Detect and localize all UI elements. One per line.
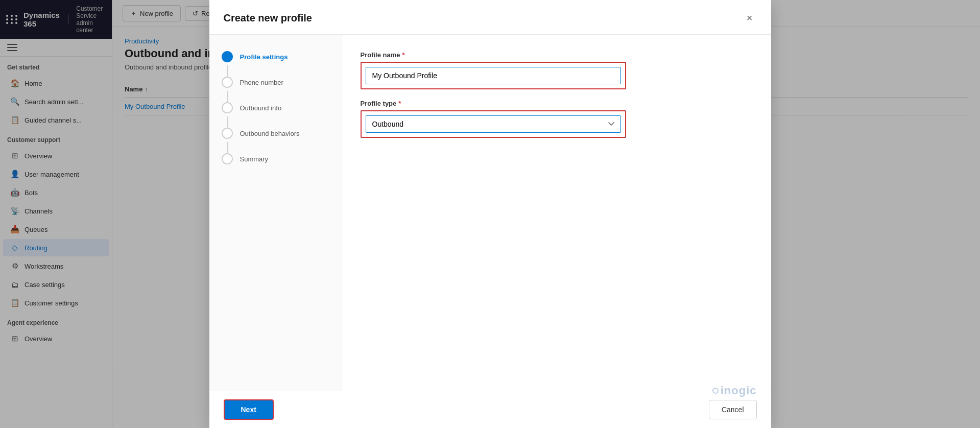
profile-type-group: Profile type * Outbound Inbound Both (361, 100, 753, 138)
step-circle-1 (222, 51, 233, 62)
form-panel: Profile name * Profile type * Outbound (342, 35, 771, 391)
modal-header: Create new profile × (209, 0, 771, 35)
step-outbound-behaviors: Outbound behaviors (222, 128, 329, 139)
watermark-dot (712, 388, 719, 394)
step-circle-3 (222, 102, 233, 113)
step-outbound-info: Outbound info (222, 102, 329, 113)
profile-name-input[interactable] (366, 67, 621, 84)
step-summary: Summary (222, 153, 329, 164)
required-star-name: * (402, 51, 405, 59)
modal-close-button[interactable]: × (743, 10, 757, 26)
footer-right: Cancel (709, 400, 757, 419)
step-label-1: Profile settings (240, 53, 288, 61)
step-label-4: Outbound behaviors (240, 130, 300, 137)
profile-type-select[interactable]: Outbound Inbound Both (366, 115, 621, 133)
modal-footer: Next Cancel (209, 391, 771, 428)
step-label-3: Outbound info (240, 104, 282, 112)
profile-type-field-box: Outbound Inbound Both (361, 110, 626, 138)
cancel-button[interactable]: Cancel (709, 400, 757, 419)
profile-name-field-box (361, 62, 626, 89)
profile-name-group: Profile name * (361, 51, 753, 89)
create-profile-modal: Create new profile × Profile settings Ph… (209, 0, 771, 428)
modal-body: Profile settings Phone number Outbound i… (209, 35, 771, 391)
required-star-type: * (398, 100, 401, 107)
step-label-2: Phone number (240, 79, 283, 86)
step-label-5: Summary (240, 155, 269, 163)
profile-name-label: Profile name * (361, 51, 753, 59)
next-button[interactable]: Next (224, 399, 274, 420)
modal-overlay: Create new profile × Profile settings Ph… (0, 0, 980, 428)
step-profile-settings: Profile settings (222, 51, 329, 62)
step-circle-4 (222, 128, 233, 139)
watermark-text: inogic (721, 384, 757, 397)
profile-type-label: Profile type * (361, 100, 753, 107)
steps-panel: Profile settings Phone number Outbound i… (209, 35, 342, 391)
step-circle-5 (222, 153, 233, 164)
modal-title: Create new profile (224, 12, 312, 24)
watermark: inogic (712, 384, 757, 397)
footer-left: Next (224, 399, 274, 420)
step-circle-2 (222, 77, 233, 88)
step-phone-number: Phone number (222, 77, 329, 88)
